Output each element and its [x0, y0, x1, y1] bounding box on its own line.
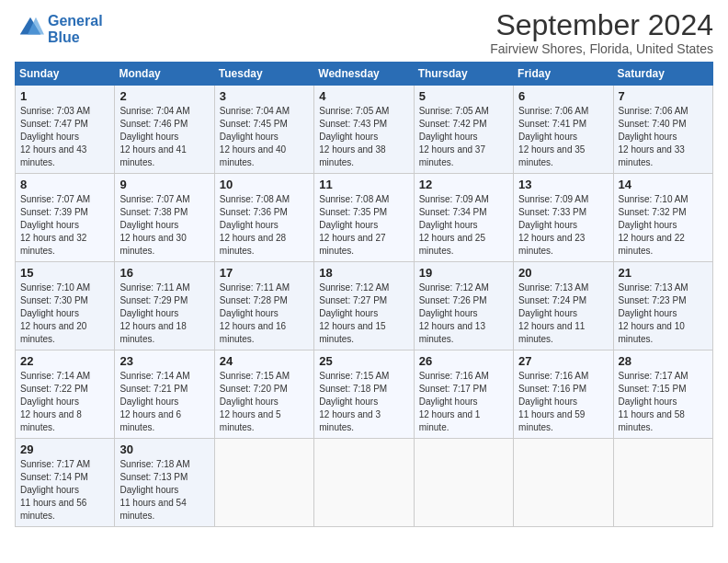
calendar-week-row: 29 Sunrise: 7:17 AM Sunset: 7:14 PM Dayl…: [16, 439, 713, 527]
calendar-day-cell: 6 Sunrise: 7:06 AM Sunset: 7:41 PM Dayli…: [514, 86, 613, 174]
day-info: Sunrise: 7:13 AM Sunset: 7:23 PM Dayligh…: [619, 282, 708, 346]
logo-text-line2: Blue: [48, 29, 103, 46]
day-number: 21: [619, 266, 708, 280]
calendar-day-cell: 11 Sunrise: 7:08 AM Sunset: 7:35 PM Dayl…: [314, 174, 414, 262]
calendar-day-cell: 21 Sunrise: 7:13 AM Sunset: 7:23 PM Dayl…: [613, 262, 712, 350]
calendar-day-cell: [314, 439, 414, 527]
day-number: 26: [419, 354, 508, 368]
calendar-day-cell: 2 Sunrise: 7:04 AM Sunset: 7:46 PM Dayli…: [115, 86, 214, 174]
day-info: Sunrise: 7:10 AM Sunset: 7:30 PM Dayligh…: [20, 282, 109, 346]
day-number: 23: [119, 354, 209, 368]
day-number: 7: [619, 89, 708, 103]
day-info: Sunrise: 7:04 AM Sunset: 7:45 PM Dayligh…: [220, 105, 309, 169]
day-number: 20: [518, 266, 608, 280]
calendar-day-cell: 19 Sunrise: 7:12 AM Sunset: 7:26 PM Dayl…: [414, 262, 513, 350]
day-info: Sunrise: 7:16 AM Sunset: 7:17 PM Dayligh…: [419, 370, 508, 434]
logo-icon: [17, 14, 44, 41]
header-monday: Monday: [115, 63, 214, 86]
calendar-day-cell: 29 Sunrise: 7:17 AM Sunset: 7:14 PM Dayl…: [16, 439, 115, 527]
header-saturday: Saturday: [613, 63, 712, 86]
day-number: 29: [20, 442, 109, 456]
day-info: Sunrise: 7:06 AM Sunset: 7:41 PM Dayligh…: [518, 105, 608, 169]
day-number: 19: [419, 266, 508, 280]
day-number: 16: [119, 266, 209, 280]
calendar-subtitle: Fairview Shores, Florida, United States: [490, 41, 713, 56]
day-number: 4: [319, 89, 408, 103]
calendar-day-cell: 9 Sunrise: 7:07 AM Sunset: 7:38 PM Dayli…: [115, 174, 214, 262]
calendar-day-cell: 22 Sunrise: 7:14 AM Sunset: 7:22 PM Dayl…: [16, 350, 115, 439]
calendar-day-cell: 15 Sunrise: 7:10 AM Sunset: 7:30 PM Dayl…: [16, 262, 115, 350]
calendar-day-cell: 26 Sunrise: 7:16 AM Sunset: 7:17 PM Dayl…: [414, 350, 513, 439]
calendar-day-cell: [613, 439, 712, 527]
calendar-day-cell: 28 Sunrise: 7:17 AM Sunset: 7:15 PM Dayl…: [613, 350, 712, 439]
day-number: 12: [419, 178, 508, 191]
day-info: Sunrise: 7:05 AM Sunset: 7:42 PM Dayligh…: [419, 105, 508, 169]
calendar-table: Sunday Monday Tuesday Wednesday Thursday…: [15, 62, 713, 527]
day-info: Sunrise: 7:03 AM Sunset: 7:47 PM Dayligh…: [20, 105, 109, 169]
calendar-day-cell: 14 Sunrise: 7:10 AM Sunset: 7:32 PM Dayl…: [613, 174, 712, 262]
calendar-day-cell: 16 Sunrise: 7:11 AM Sunset: 7:29 PM Dayl…: [115, 262, 214, 350]
day-info: Sunrise: 7:07 AM Sunset: 7:38 PM Dayligh…: [119, 193, 209, 258]
calendar-day-cell: 18 Sunrise: 7:12 AM Sunset: 7:27 PM Dayl…: [314, 262, 414, 350]
day-info: Sunrise: 7:12 AM Sunset: 7:26 PM Dayligh…: [419, 282, 508, 346]
day-info: Sunrise: 7:04 AM Sunset: 7:46 PM Dayligh…: [119, 105, 209, 169]
day-info: Sunrise: 7:13 AM Sunset: 7:24 PM Dayligh…: [518, 282, 608, 346]
calendar-day-cell: 17 Sunrise: 7:11 AM Sunset: 7:28 PM Dayl…: [214, 262, 313, 350]
day-info: Sunrise: 7:17 AM Sunset: 7:14 PM Dayligh…: [20, 458, 109, 523]
calendar-day-cell: 3 Sunrise: 7:04 AM Sunset: 7:45 PM Dayli…: [214, 86, 313, 174]
day-number: 6: [518, 89, 608, 103]
day-number: 8: [20, 178, 109, 191]
day-info: Sunrise: 7:16 AM Sunset: 7:16 PM Dayligh…: [518, 370, 608, 434]
calendar-day-cell: 24 Sunrise: 7:15 AM Sunset: 7:20 PM Dayl…: [214, 350, 313, 439]
day-info: Sunrise: 7:12 AM Sunset: 7:27 PM Dayligh…: [319, 282, 408, 346]
logo-text-line1: General: [48, 13, 103, 29]
day-number: 18: [319, 266, 408, 280]
day-info: Sunrise: 7:14 AM Sunset: 7:22 PM Dayligh…: [20, 370, 109, 434]
day-info: Sunrise: 7:09 AM Sunset: 7:34 PM Dayligh…: [419, 193, 508, 258]
day-number: 3: [220, 89, 309, 103]
calendar-day-cell: 27 Sunrise: 7:16 AM Sunset: 7:16 PM Dayl…: [514, 350, 613, 439]
calendar-week-row: 22 Sunrise: 7:14 AM Sunset: 7:22 PM Dayl…: [16, 350, 713, 439]
day-number: 28: [619, 354, 708, 368]
day-info: Sunrise: 7:17 AM Sunset: 7:15 PM Dayligh…: [619, 370, 708, 434]
day-info: Sunrise: 7:14 AM Sunset: 7:21 PM Dayligh…: [119, 370, 209, 434]
day-number: 2: [119, 89, 209, 103]
calendar-day-cell: 10 Sunrise: 7:08 AM Sunset: 7:36 PM Dayl…: [214, 174, 313, 262]
title-block: September 2024 Fairview Shores, Florida,…: [490, 9, 713, 56]
day-number: 27: [518, 354, 608, 368]
day-info: Sunrise: 7:08 AM Sunset: 7:36 PM Dayligh…: [220, 193, 309, 258]
calendar-week-row: 8 Sunrise: 7:07 AM Sunset: 7:39 PM Dayli…: [16, 174, 713, 262]
day-info: Sunrise: 7:15 AM Sunset: 7:20 PM Dayligh…: [220, 370, 309, 434]
header: General Blue September 2024 Fairview Sho…: [15, 9, 713, 56]
calendar-day-cell: 5 Sunrise: 7:05 AM Sunset: 7:42 PM Dayli…: [414, 86, 513, 174]
day-info: Sunrise: 7:08 AM Sunset: 7:35 PM Dayligh…: [319, 193, 408, 258]
calendar-day-cell: 1 Sunrise: 7:03 AM Sunset: 7:47 PM Dayli…: [16, 86, 115, 174]
day-number: 11: [319, 178, 408, 191]
day-info: Sunrise: 7:15 AM Sunset: 7:18 PM Dayligh…: [319, 370, 408, 434]
day-number: 25: [319, 354, 408, 368]
calendar-day-cell: 8 Sunrise: 7:07 AM Sunset: 7:39 PM Dayli…: [16, 174, 115, 262]
calendar-day-cell: 13 Sunrise: 7:09 AM Sunset: 7:33 PM Dayl…: [514, 174, 613, 262]
day-number: 24: [220, 354, 309, 368]
day-number: 5: [419, 89, 508, 103]
page: General Blue September 2024 Fairview Sho…: [0, 0, 728, 563]
calendar-day-cell: 12 Sunrise: 7:09 AM Sunset: 7:34 PM Dayl…: [414, 174, 513, 262]
calendar-day-cell: [514, 439, 613, 527]
calendar-day-cell: 7 Sunrise: 7:06 AM Sunset: 7:40 PM Dayli…: [613, 86, 712, 174]
day-info: Sunrise: 7:18 AM Sunset: 7:13 PM Dayligh…: [119, 458, 209, 523]
day-info: Sunrise: 7:06 AM Sunset: 7:40 PM Dayligh…: [619, 105, 708, 169]
calendar-day-cell: 20 Sunrise: 7:13 AM Sunset: 7:24 PM Dayl…: [514, 262, 613, 350]
day-number: 13: [518, 178, 608, 191]
calendar-title: September 2024: [490, 9, 713, 41]
calendar-day-cell: 25 Sunrise: 7:15 AM Sunset: 7:18 PM Dayl…: [314, 350, 414, 439]
day-info: Sunrise: 7:10 AM Sunset: 7:32 PM Dayligh…: [619, 193, 708, 258]
day-number: 15: [20, 266, 109, 280]
calendar-week-row: 15 Sunrise: 7:10 AM Sunset: 7:30 PM Dayl…: [16, 262, 713, 350]
day-number: 10: [220, 178, 309, 191]
day-info: Sunrise: 7:09 AM Sunset: 7:33 PM Dayligh…: [518, 193, 608, 258]
header-sunday: Sunday: [16, 63, 115, 86]
calendar-day-cell: 23 Sunrise: 7:14 AM Sunset: 7:21 PM Dayl…: [115, 350, 214, 439]
header-tuesday: Tuesday: [214, 63, 313, 86]
header-thursday: Thursday: [414, 63, 513, 86]
day-number: 22: [20, 354, 109, 368]
